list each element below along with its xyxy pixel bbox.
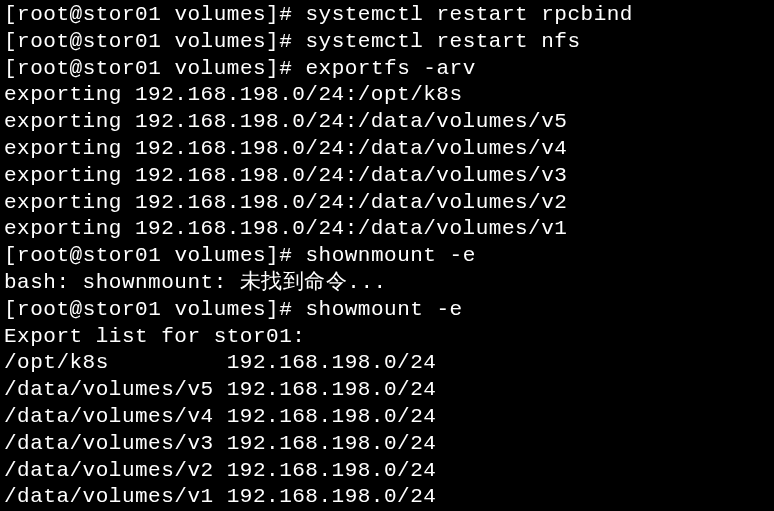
prompt-sigil: # bbox=[279, 298, 292, 321]
prompt-sigil: # bbox=[279, 244, 292, 267]
prompt-close-bracket: ] bbox=[266, 30, 279, 53]
prompt-cwd: volumes bbox=[174, 57, 266, 80]
output-line: /data/volumes/v2 192.168.198.0/24 bbox=[4, 458, 770, 485]
output-line: exporting 192.168.198.0/24:/data/volumes… bbox=[4, 136, 770, 163]
output-text: /data/volumes/v4 192.168.198.0/24 bbox=[4, 405, 436, 428]
output-text: Export list for stor01: bbox=[4, 325, 305, 348]
command-text: showmount -e bbox=[305, 298, 462, 321]
command-text: systemctl restart rpcbind bbox=[305, 3, 633, 26]
output-line: /data/volumes/v3 192.168.198.0/24 bbox=[4, 431, 770, 458]
output-text: exporting 192.168.198.0/24:/data/volumes… bbox=[4, 110, 567, 133]
prompt-user: root bbox=[17, 3, 69, 26]
prompt-close-bracket: ] bbox=[266, 57, 279, 80]
prompt-user: root bbox=[17, 244, 69, 267]
prompt-close-bracket: ] bbox=[266, 3, 279, 26]
prompt-host: stor01 bbox=[83, 298, 162, 321]
prompt-line: [root@stor01 volumes]# exportfs -arv bbox=[4, 56, 770, 83]
terminal[interactable]: [root@stor01 volumes]# systemctl restart… bbox=[0, 0, 774, 511]
prompt-host: stor01 bbox=[83, 244, 162, 267]
prompt-open-bracket: [ bbox=[4, 244, 17, 267]
prompt-at: @ bbox=[70, 244, 83, 267]
output-line: bash: shownmount: 未找到命令... bbox=[4, 270, 770, 297]
prompt-open-bracket: [ bbox=[4, 30, 17, 53]
prompt-sigil: # bbox=[279, 57, 292, 80]
prompt-sigil: # bbox=[279, 3, 292, 26]
prompt-close-bracket: ] bbox=[266, 244, 279, 267]
prompt-line: [root@stor01 volumes]# systemctl restart… bbox=[4, 2, 770, 29]
prompt-close-bracket: ] bbox=[266, 298, 279, 321]
output-text: exporting 192.168.198.0/24:/opt/k8s bbox=[4, 83, 463, 106]
output-text: exporting 192.168.198.0/24:/data/volumes… bbox=[4, 137, 567, 160]
prompt-line: [root@stor01 volumes]# systemctl restart… bbox=[4, 29, 770, 56]
output-line: /opt/k8s 192.168.198.0/24 bbox=[4, 350, 770, 377]
prompt-open-bracket: [ bbox=[4, 57, 17, 80]
output-line: exporting 192.168.198.0/24:/data/volumes… bbox=[4, 109, 770, 136]
prompt-open-bracket: [ bbox=[4, 3, 17, 26]
output-line: exporting 192.168.198.0/24:/opt/k8s bbox=[4, 82, 770, 109]
output-text: exporting 192.168.198.0/24:/data/volumes… bbox=[4, 164, 567, 187]
output-line: Export list for stor01: bbox=[4, 324, 770, 351]
output-text: /data/volumes/v2 192.168.198.0/24 bbox=[4, 459, 436, 482]
command-text: shownmount -e bbox=[305, 244, 475, 267]
output-line: /data/volumes/v1 192.168.198.0/24 bbox=[4, 484, 770, 511]
prompt-line: [root@stor01 volumes]# shownmount -e bbox=[4, 243, 770, 270]
output-text: /opt/k8s 192.168.198.0/24 bbox=[4, 351, 436, 374]
output-line: /data/volumes/v5 192.168.198.0/24 bbox=[4, 377, 770, 404]
output-text: /data/volumes/v3 192.168.198.0/24 bbox=[4, 432, 436, 455]
output-line: exporting 192.168.198.0/24:/data/volumes… bbox=[4, 190, 770, 217]
command-text: exportfs -arv bbox=[305, 57, 475, 80]
prompt-host: stor01 bbox=[83, 3, 162, 26]
output-text: bash: shownmount: 未找到命令... bbox=[4, 271, 387, 294]
prompt-cwd: volumes bbox=[174, 244, 266, 267]
output-line: /data/volumes/v4 192.168.198.0/24 bbox=[4, 404, 770, 431]
prompt-at: @ bbox=[70, 298, 83, 321]
prompt-sigil: # bbox=[279, 30, 292, 53]
prompt-cwd: volumes bbox=[174, 298, 266, 321]
output-text: /data/volumes/v1 192.168.198.0/24 bbox=[4, 485, 436, 508]
prompt-cwd: volumes bbox=[174, 30, 266, 53]
prompt-open-bracket: [ bbox=[4, 298, 17, 321]
output-text: exporting 192.168.198.0/24:/data/volumes… bbox=[4, 191, 567, 214]
prompt-user: root bbox=[17, 57, 69, 80]
prompt-at: @ bbox=[70, 57, 83, 80]
prompt-user: root bbox=[17, 298, 69, 321]
output-line: exporting 192.168.198.0/24:/data/volumes… bbox=[4, 163, 770, 190]
command-text: systemctl restart nfs bbox=[305, 30, 580, 53]
output-text: /data/volumes/v5 192.168.198.0/24 bbox=[4, 378, 436, 401]
prompt-host: stor01 bbox=[83, 57, 162, 80]
output-line: exporting 192.168.198.0/24:/data/volumes… bbox=[4, 216, 770, 243]
prompt-cwd: volumes bbox=[174, 3, 266, 26]
prompt-user: root bbox=[17, 30, 69, 53]
prompt-at: @ bbox=[70, 30, 83, 53]
prompt-host: stor01 bbox=[83, 30, 162, 53]
output-text: exporting 192.168.198.0/24:/data/volumes… bbox=[4, 217, 567, 240]
prompt-line: [root@stor01 volumes]# showmount -e bbox=[4, 297, 770, 324]
prompt-at: @ bbox=[70, 3, 83, 26]
